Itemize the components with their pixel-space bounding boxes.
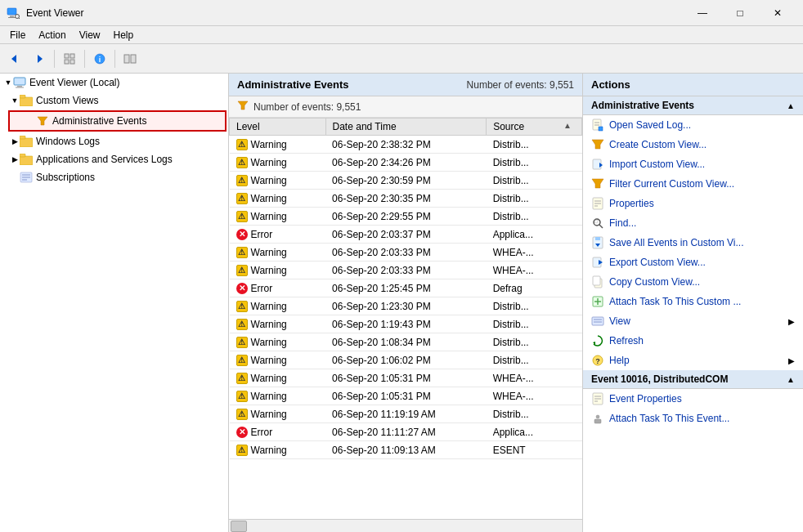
events-table[interactable]: Level Date and Time Source ▲ ⚠Warning06-…	[229, 118, 582, 519]
action-item-properties[interactable]: Properties	[583, 194, 803, 213]
table-row[interactable]: ⚠Warning06-Sep-20 11:09:13 AMESENT	[230, 441, 582, 459]
action-item-copy-view[interactable]: Copy Custom View...	[583, 272, 803, 292]
forward-button[interactable]	[28, 47, 51, 70]
tree-administrative-events[interactable]: Administrative Events	[23, 112, 225, 130]
scope-icon	[63, 52, 76, 65]
warning-icon: ⚠	[236, 337, 248, 348]
windows-logs-folder-icon	[20, 135, 33, 148]
table-row[interactable]: ⚠Warning06-Sep-20 1:05:31 PMWHEA-...	[230, 369, 582, 387]
action-item-import-view[interactable]: Import Custom View...	[583, 154, 803, 174]
table-row[interactable]: ⚠Warning06-Sep-20 2:03:33 PMWHEA-...	[230, 262, 582, 279]
svg-rect-66	[594, 419, 601, 423]
level-text: Error	[251, 229, 273, 240]
back-icon	[8, 52, 21, 65]
col-source[interactable]: Source ▲	[487, 118, 582, 136]
attach-task-custom-icon	[591, 295, 604, 308]
warning-icon: ⚠	[236, 157, 248, 168]
attach-task-event-icon	[591, 412, 604, 425]
table-row[interactable]: ⚠Warning06-Sep-20 1:23:30 PMDistrib...	[230, 297, 582, 315]
table-row[interactable]: ✕Error06-Sep-20 2:03:37 PMApplica...	[230, 226, 582, 244]
action-item-refresh[interactable]: Refresh	[583, 331, 803, 351]
info-icon: i	[93, 52, 106, 65]
close-button[interactable]: ✕	[759, 0, 796, 26]
event-source-cell: Distrib...	[487, 190, 582, 208]
warning-icon: ⚠	[236, 445, 248, 456]
open-log-label: Open Saved Log...	[609, 119, 691, 131]
properties-label: Properties	[609, 198, 654, 209]
export-view-icon	[591, 256, 604, 269]
table-row[interactable]: ✕Error06-Sep-20 11:11:27 AMApplica...	[230, 423, 582, 441]
action-item-open-log[interactable]: Open Saved Log...	[583, 115, 803, 135]
event-datetime-cell: 06-Sep-20 1:25:45 PM	[325, 279, 487, 297]
tree-windows-logs[interactable]: ▶ Windows Logs	[7, 132, 228, 150]
menu-help[interactable]: Help	[107, 26, 141, 43]
table-row[interactable]: ⚠Warning06-Sep-20 2:03:33 PMWHEA-...	[230, 244, 582, 262]
events-panel-title: Administrative Events	[237, 78, 349, 91]
section-collapse-arrow: ▲	[787, 101, 795, 110]
table-row[interactable]: ⚠Warning06-Sep-20 1:05:31 PMWHEA-...	[230, 387, 582, 405]
table-row[interactable]: ⚠Warning06-Sep-20 2:29:55 PMDistrib...	[230, 208, 582, 226]
svg-rect-22	[20, 136, 25, 139]
col-level[interactable]: Level	[230, 118, 326, 136]
actions-section-admin-events-header[interactable]: Administrative Events ▲	[583, 96, 803, 115]
events-panel-count: Number of events: 9,551	[467, 79, 574, 91]
windows-logs-expand-icon: ▶	[10, 136, 20, 146]
action-item-event-properties[interactable]: Event Properties	[583, 389, 803, 409]
event-level-cell: ⚠Warning	[230, 297, 326, 315]
forward-icon	[33, 52, 46, 65]
event-datetime-cell: 06-Sep-20 1:19:43 PM	[325, 315, 487, 333]
properties-button[interactable]: i	[88, 47, 111, 70]
actions-section-admin-events-title: Administrative Events	[591, 100, 694, 111]
menu-action[interactable]: Action	[32, 26, 72, 43]
tree-subscriptions[interactable]: Subscriptions	[7, 168, 228, 186]
table-row[interactable]: ⚠Warning06-Sep-20 1:06:02 PMDistrib...	[230, 351, 582, 369]
horizontal-scrollbar[interactable]	[229, 519, 582, 532]
action-item-view[interactable]: View ▶	[583, 311, 803, 331]
toggle-pane-button[interactable]	[119, 47, 141, 70]
action-item-save-all[interactable]: Save All Events in Custom Vi...	[583, 233, 803, 253]
left-panel: ▼ Event Viewer (Local) ▼	[0, 74, 229, 532]
tree-root[interactable]: ▼ Event Viewer (Local)	[0, 74, 228, 92]
col-datetime[interactable]: Date and Time	[325, 118, 487, 136]
tree-custom-views[interactable]: ▼ Custom Views	[7, 92, 228, 110]
action-item-attach-task-event[interactable]: Attach Task To This Event...	[583, 409, 803, 428]
action-item-help[interactable]: ? Help ▶	[583, 351, 803, 370]
action-item-attach-task-custom[interactable]: Attach Task To This Custom ...	[583, 292, 803, 311]
filter-bar: Number of events: 9,551	[229, 96, 582, 118]
table-row[interactable]: ⚠Warning06-Sep-20 2:38:32 PMDistrib...	[230, 136, 582, 154]
actions-header: Actions	[583, 74, 803, 96]
action-item-export-view[interactable]: Export Custom View...	[583, 253, 803, 272]
action-item-find[interactable]: Find...	[583, 213, 803, 233]
action-item-create-view[interactable]: Create Custom View...	[583, 135, 803, 154]
table-row[interactable]: ⚠Warning06-Sep-20 2:30:59 PMDistrib...	[230, 172, 582, 190]
scope-button[interactable]	[58, 47, 81, 70]
table-row[interactable]: ⚠Warning06-Sep-20 1:19:43 PMDistrib...	[230, 315, 582, 333]
event-datetime-cell: 06-Sep-20 2:03:37 PM	[325, 226, 487, 244]
toolbar-separator-2	[84, 50, 85, 68]
help-action-icon: ?	[591, 354, 604, 367]
title-bar: Event Viewer — □ ✕	[0, 0, 803, 26]
event-level-cell: ⚠Warning	[230, 405, 326, 423]
maximize-button[interactable]: □	[721, 0, 759, 26]
filter-icon-svg	[237, 100, 249, 111]
table-row[interactable]: ⚠Warning06-Sep-20 2:34:26 PMDistrib...	[230, 154, 582, 172]
back-button[interactable]	[3, 47, 26, 70]
table-row[interactable]: ⚠Warning06-Sep-20 2:30:35 PMDistrib...	[230, 190, 582, 208]
actions-section-event-header[interactable]: Event 10016, DistributedCOM ▲	[583, 370, 803, 389]
svg-rect-9	[65, 60, 69, 64]
action-item-filter-view[interactable]: Filter Current Custom View...	[583, 174, 803, 194]
svg-rect-1	[10, 16, 14, 17]
custom-views-expand-icon: ▼	[10, 96, 20, 105]
tree-app-services-logs[interactable]: ▶ Applications and Services Logs	[7, 150, 228, 168]
help-arrow-icon: ▶	[788, 356, 795, 365]
minimize-button[interactable]: —	[684, 0, 721, 26]
svg-rect-17	[16, 87, 24, 88]
event-source-cell: WHEA-...	[487, 387, 582, 405]
table-row[interactable]: ⚠Warning06-Sep-20 11:19:19 AMDistrib...	[230, 405, 582, 423]
menu-view[interactable]: View	[73, 26, 107, 43]
table-row[interactable]: ✕Error06-Sep-20 1:25:45 PMDefrag	[230, 279, 582, 297]
event-datetime-cell: 06-Sep-20 1:05:31 PM	[325, 387, 487, 405]
svg-rect-15	[14, 78, 25, 85]
menu-file[interactable]: File	[3, 26, 32, 43]
table-row[interactable]: ⚠Warning06-Sep-20 1:08:34 PMDistrib...	[230, 333, 582, 351]
